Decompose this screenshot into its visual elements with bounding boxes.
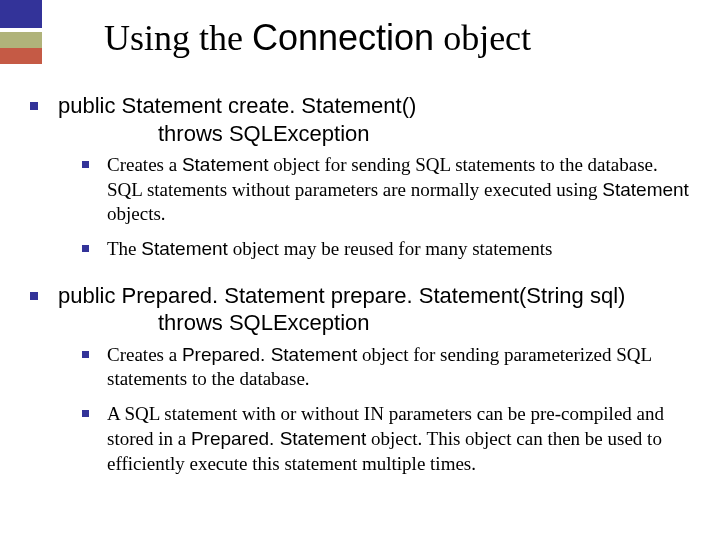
heading-text: public Statement create. Statement() thr… [58, 92, 416, 147]
slide: Using the Connection object public State… [0, 0, 720, 540]
bullet-level2: The Statement object may be reused for m… [82, 237, 690, 262]
title-prefix: Using the [104, 18, 252, 58]
accent-bar-blue [0, 0, 42, 28]
accent-bar-olive [0, 32, 42, 48]
sub-text: Creates a Prepared. Statement object for… [107, 343, 690, 392]
sub-text: A SQL statement with or without IN param… [107, 402, 690, 476]
sub-pre: Creates a [107, 344, 182, 365]
heading-line2: throws SQLException [158, 309, 625, 337]
sub-kw1: Statement [182, 154, 269, 175]
sub-text: Creates a Statement object for sending S… [107, 153, 690, 227]
square-bullet-icon [30, 292, 38, 300]
title-accent-bars [0, 0, 42, 64]
sub-pre: Creates a [107, 154, 182, 175]
sub-pre: The [107, 238, 141, 259]
spacer [30, 272, 690, 282]
sub-post: objects. [107, 203, 166, 224]
sub-kw1: Statement [141, 238, 228, 259]
sub-kw1: Prepared. Statement [182, 344, 357, 365]
sub-kw1: Prepared. Statement [191, 428, 366, 449]
accent-bar-red [0, 48, 42, 64]
heading-line1: public Prepared. Statement prepare. Stat… [58, 283, 625, 308]
heading-line1: public Statement create. Statement() [58, 93, 416, 118]
sub-text: The Statement object may be reused for m… [107, 237, 552, 262]
bullet-level2: Creates a Prepared. Statement object for… [82, 343, 690, 392]
square-bullet-icon [82, 245, 89, 252]
bullet-level1: public Prepared. Statement prepare. Stat… [30, 282, 690, 337]
title-connection-word: Connection [252, 17, 434, 58]
square-bullet-icon [82, 351, 89, 358]
sub-mid1: object may be reused for many statements [228, 238, 552, 259]
square-bullet-icon [30, 102, 38, 110]
bullet-level2: A SQL statement with or without IN param… [82, 402, 690, 476]
title-suffix: object [434, 18, 531, 58]
slide-title: Using the Connection object [104, 20, 531, 56]
bullet-level2: Creates a Statement object for sending S… [82, 153, 690, 227]
heading-line2: throws SQLException [158, 120, 416, 148]
bullet-level1: public Statement create. Statement() thr… [30, 92, 690, 147]
square-bullet-icon [82, 161, 89, 168]
heading-text: public Prepared. Statement prepare. Stat… [58, 282, 625, 337]
slide-body: public Statement create. Statement() thr… [30, 92, 690, 486]
square-bullet-icon [82, 410, 89, 417]
sub-kw2: Statement [602, 179, 689, 200]
